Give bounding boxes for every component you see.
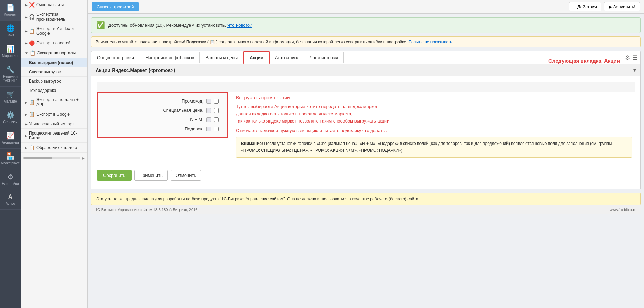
nav-item-catalog-handler[interactable]: ▶ 📋 Обработчик каталога (21, 143, 87, 153)
nav-item-export-google[interactable]: ▶ 📋 Экспорт в Google (21, 109, 87, 119)
checkbox-nm[interactable] (214, 117, 219, 122)
promo-left: Промокод: Специальная цена: (97, 92, 228, 160)
tab-autostart[interactable]: Автозапуск (270, 52, 304, 63)
catalog-icon: 📋 (29, 145, 35, 150)
export-portals-icon: 📋 (30, 50, 35, 56)
nav-item-label: Экспорт в Google (36, 112, 70, 117)
menu-icon[interactable]: ☰ (633, 54, 637, 61)
annotation-next-tab: Следующая вкладка, Акции (548, 58, 620, 64)
sidebar-item-acpro[interactable]: A Аспро (0, 190, 21, 210)
start-button[interactable]: ▶ Запустить! (604, 2, 640, 11)
warning-box: Внимание! После установки галочки в «Спе… (236, 137, 632, 157)
action-buttons: Сохранить Применить Отменить (97, 166, 635, 183)
chevron-right-icon: ▶ (25, 134, 28, 138)
top-bar: Список профилей + Действия ▶ Запустить! (88, 0, 644, 14)
tab-infoblocks[interactable]: Настройки инфоблоков (140, 52, 200, 63)
checkbox-promocode-icon (206, 99, 211, 104)
promo-section: Промокод: Специальная цена: (97, 92, 635, 160)
checkbox-gift[interactable] (214, 127, 219, 131)
hint-banner: Внимательно читайте подсказки к настройк… (91, 36, 641, 47)
tab-promo[interactable]: Акции (243, 51, 270, 64)
chevron-down-icon: ▼ (25, 51, 28, 55)
nav-item-label: Экспорт на порталы (37, 51, 76, 55)
chevron-right-icon: ▶ (25, 113, 28, 116)
promo-info-note: Отмечаете галочкой нужную вам акцию и чи… (236, 128, 632, 133)
tab-log[interactable]: Лог и история (304, 52, 344, 63)
promo-right: Выгружать промо-акции Тут вы выбираете А… (233, 92, 635, 160)
nav-item-export-list[interactable]: Список выгрузок (21, 67, 87, 77)
panel-title: Акции Яндекс.Маркет (<promos>) (96, 67, 175, 73)
hide-hints-link[interactable]: Больше не показывать (408, 40, 452, 44)
footer-left: 1С-Битрикс: Управление сайтом 18.5.180 ©… (95, 208, 197, 212)
promo-info-title: Выгружать промо-акции (236, 95, 632, 100)
chevron-right-icon: ▶ (25, 122, 28, 126)
chevron-right-icon: ▶ (25, 15, 28, 19)
sidebar-item-label: Аналитика (2, 141, 19, 145)
promo-row-promocode: Промокод: (106, 98, 219, 104)
shop-icon: 🛒 (6, 90, 15, 98)
sidebar-item-label: Marketplace (1, 161, 20, 166)
nav-item-processing[interactable]: ▶ Процессинг решений 1С-Битри (21, 129, 87, 143)
sidebar-item-marketing[interactable]: 📊 Маркетинг (0, 41, 21, 62)
collapse-icon[interactable]: ▾ (633, 67, 636, 73)
sidebar-item-services[interactable]: ⚙️ Сервисы (0, 107, 21, 128)
nav-item-export-portals-api[interactable]: ▶ 📋 Экспорт на порталы + API (21, 95, 87, 109)
profile-list-button[interactable]: Список профилей (92, 2, 139, 11)
nav-item-label: Экспорт на порталы + API (36, 97, 85, 107)
settings-icon: ⚙ (7, 173, 13, 181)
chevron-right-icon: ▶ (25, 100, 28, 104)
save-button[interactable]: Сохранить (97, 170, 132, 181)
tab-currency[interactable]: Валюты и цены (200, 52, 243, 63)
sidebar-item-settings[interactable]: ⚙ Настройки (0, 169, 21, 190)
sidebar-item-label: Маркетинг (2, 54, 19, 58)
marketplace-icon: 🏪 (6, 152, 15, 160)
warning-text: После установки галочки в «Специальная ц… (241, 141, 612, 152)
promo-row-special-price: Специальная цена: (106, 108, 219, 113)
nav-item-export-yandex[interactable]: ▶ 📋 Экспорт в Yandex и Google (21, 24, 87, 38)
promo-info-box: Выгружать промо-акции Тут вы выбираете А… (233, 92, 635, 160)
nav-item-support[interactable]: Техподдержка (21, 86, 87, 95)
sidebar-item-shop[interactable]: 🛒 Магазин (0, 87, 21, 107)
checkbox-special-price-icon (206, 108, 211, 113)
cancel-button[interactable]: Отменить (171, 170, 201, 181)
nav-item-universal-import[interactable]: ▶ Универсальный импорт (21, 119, 87, 129)
nav-item-backup[interactable]: Backup выгрузок (21, 77, 87, 86)
sidebar-item-label: Настройки (2, 182, 19, 186)
update-text-label: Доступны обновления (10). Рекомендуем их… (108, 23, 226, 28)
tab-general[interactable]: Общие настройки (91, 52, 140, 63)
gear-icon[interactable]: ⚙ (625, 54, 630, 61)
promo-label-promocode: Промокод: (182, 98, 204, 104)
promo-label-nm: N + M: (190, 117, 204, 122)
sidebar-item-marketplace[interactable]: 🏪 Marketplace (0, 149, 21, 169)
sidebar-item-label: Решения "АКРИТ" (3, 75, 18, 83)
empty-row (97, 82, 635, 92)
update-banner: ✅ Доступны обновления (10). Рекомендуем … (91, 17, 641, 33)
sidebar-item-analytics[interactable]: 📈 Аналитика (0, 128, 21, 149)
checkbox-nm-icon (206, 117, 211, 122)
nav-item-label: Backup выгрузок (29, 79, 61, 84)
top-bar-right: + Действия ▶ Запустить! (569, 2, 640, 11)
update-link[interactable]: Что нового? (227, 23, 252, 28)
checkbox-promocode[interactable] (214, 99, 219, 104)
nav-item-export-news[interactable]: ▶ 🔴 Экспорт новостей (21, 38, 87, 48)
left-nav: ▶ ❌ Очистка сайта ▶ 🎧 Экспертиза произво… (21, 0, 88, 308)
actions-button[interactable]: + Действия (569, 2, 601, 11)
nav-item-export-portals[interactable]: ▼ 📋 Экспорт на порталы (21, 48, 87, 58)
export-yandex-icon: 📋 (29, 28, 35, 34)
nav-item-expertise[interactable]: ▶ 🎧 Экспертиза производитель (21, 10, 87, 24)
chevron-right-icon: ▶ (25, 29, 28, 33)
services-icon: ⚙️ (6, 111, 15, 119)
sidebar-item-content[interactable]: 📄 Контент (0, 0, 21, 21)
export-news-icon: 🔴 (29, 40, 35, 46)
bottom-warning: Эта установка предназначена для разработ… (91, 193, 641, 205)
checkbox-special-price[interactable] (214, 108, 219, 113)
chevron-right-icon: ▶ (25, 41, 28, 45)
warning-label: Внимание! (241, 141, 263, 146)
sidebar-item-solution[interactable]: 🔧 Решения "АКРИТ" (0, 62, 21, 87)
apply-button[interactable]: Применить (134, 170, 168, 181)
analytics-icon: 📈 (6, 131, 15, 140)
nav-item-all-exports[interactable]: Все выгрузки (новое) (21, 58, 87, 67)
nav-item-cleaner[interactable]: ▶ ❌ Очистка сайта (21, 0, 87, 10)
promo-row-gift: Подарок: (106, 126, 219, 131)
sidebar-item-site[interactable]: 🌐 Сайт (0, 21, 21, 41)
